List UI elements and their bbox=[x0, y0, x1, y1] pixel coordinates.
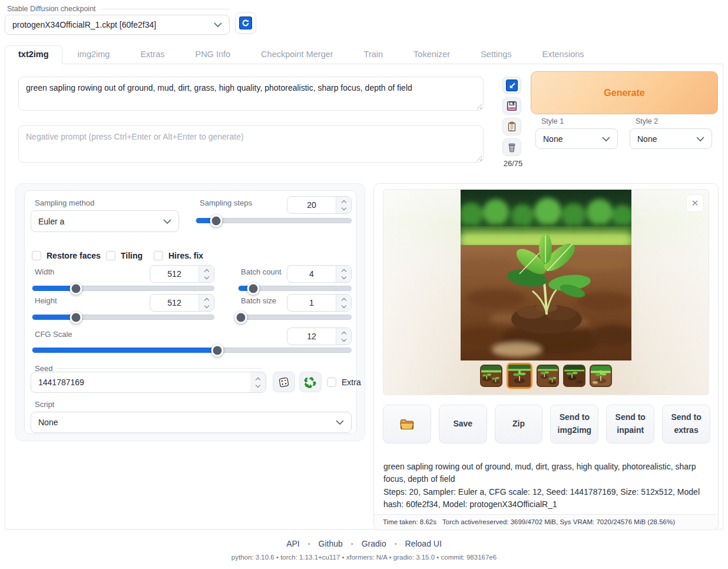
random-seed-button[interactable] bbox=[273, 372, 295, 392]
generate-button[interactable]: Generate bbox=[531, 71, 718, 114]
hires-fix-label: Hires. fix bbox=[168, 251, 203, 260]
batch-count-input[interactable]: 4 bbox=[287, 265, 352, 283]
performance-bar: Time taken: 8.62sTorch active/reserved: … bbox=[374, 514, 718, 530]
extra-seed-checkbox[interactable] bbox=[327, 378, 336, 387]
slider-handle[interactable] bbox=[247, 282, 259, 295]
width-input[interactable]: 512 bbox=[150, 265, 214, 283]
folder-icon bbox=[399, 418, 415, 431]
checkpoint-label: Stable Diffusion checkpoint bbox=[7, 5, 96, 13]
thumbnail-2-selected[interactable] bbox=[507, 363, 532, 389]
chevron-down-icon bbox=[696, 137, 704, 141]
stepper-buttons[interactable] bbox=[198, 266, 214, 282]
paste-generation-params-button[interactable] bbox=[502, 77, 521, 94]
tab-png-info[interactable]: PNG Info bbox=[180, 46, 246, 64]
height-slider[interactable] bbox=[32, 315, 214, 320]
generated-image[interactable] bbox=[461, 190, 631, 360]
generate-label: Generate bbox=[604, 88, 644, 98]
tab-settings[interactable]: Settings bbox=[465, 46, 527, 64]
prompt-textarea[interactable]: green sapling rowing out of ground, mud,… bbox=[19, 77, 483, 110]
height-input[interactable]: 512 bbox=[150, 294, 214, 312]
tiling-checkbox-row[interactable]: Tiling bbox=[106, 251, 143, 260]
hires-fix-checkbox[interactable] bbox=[154, 251, 163, 260]
clear-prompt-button[interactable] bbox=[502, 138, 521, 156]
floppy-disk-icon bbox=[506, 100, 518, 112]
thumbnail-1[interactable] bbox=[480, 365, 502, 387]
close-icon: ✕ bbox=[691, 198, 699, 209]
stepper-buttons[interactable] bbox=[336, 266, 351, 282]
slider-handle[interactable] bbox=[211, 344, 223, 356]
seed-value: 1441787169 bbox=[31, 372, 250, 392]
reuse-seed-button[interactable] bbox=[299, 372, 322, 392]
tab-train[interactable]: Train bbox=[349, 46, 399, 64]
open-folder-button[interactable] bbox=[383, 405, 431, 444]
height-value: 512 bbox=[150, 295, 198, 311]
slider-handle[interactable] bbox=[70, 282, 82, 295]
thumbnail-5[interactable] bbox=[590, 365, 612, 387]
bullet: • bbox=[351, 540, 353, 547]
batch-count-slider[interactable] bbox=[238, 286, 352, 291]
negative-prompt-textarea[interactable] bbox=[19, 126, 483, 162]
tab-checkpoint-merger[interactable]: Checkpoint Merger bbox=[246, 46, 349, 64]
stepper-buttons[interactable] bbox=[336, 197, 351, 213]
refresh-icon bbox=[239, 16, 252, 29]
style2-dropdown[interactable]: None bbox=[630, 128, 712, 149]
batch-size-input[interactable]: 1 bbox=[287, 294, 352, 312]
footer-link-api[interactable]: API bbox=[286, 539, 300, 548]
stepper-buttons[interactable] bbox=[336, 295, 351, 311]
send-to-extras-button[interactable]: Send to extras bbox=[662, 405, 710, 444]
save-style-button[interactable] bbox=[502, 97, 521, 115]
cfg-scale-input[interactable]: 12 bbox=[287, 327, 352, 345]
cfg-scale-slider[interactable] bbox=[32, 348, 352, 353]
apply-style-button[interactable] bbox=[502, 118, 521, 135]
checkpoint-dropdown[interactable]: protogenX34OfficialR_1.ckpt [60fe2f34] bbox=[5, 15, 230, 35]
hires-fix-checkbox-row[interactable]: Hires. fix bbox=[154, 251, 203, 260]
width-slider[interactable] bbox=[32, 286, 214, 291]
info-params-text: Steps: 20, Sampler: Euler a, CFG scale: … bbox=[383, 486, 707, 511]
sampling-steps-slider[interactable] bbox=[196, 218, 352, 223]
gallery-thumbnails bbox=[480, 365, 612, 389]
slider-handle[interactable] bbox=[70, 311, 82, 323]
footer: API • Github • Gradio • Reload UI python… bbox=[0, 539, 728, 561]
stepper-buttons[interactable] bbox=[198, 295, 214, 311]
restore-faces-checkbox-row[interactable]: Restore faces bbox=[32, 251, 101, 260]
slider-handle[interactable] bbox=[234, 311, 247, 323]
bullet: • bbox=[308, 540, 310, 547]
sampling-method-dropdown[interactable]: Euler a bbox=[31, 210, 179, 232]
tab-extensions[interactable]: Extensions bbox=[527, 46, 600, 64]
style1-field: Style 1 None bbox=[535, 117, 618, 149]
batch-size-slider[interactable] bbox=[238, 315, 352, 320]
checkpoint-section: Stable Diffusion checkpoint protogenX34O… bbox=[5, 5, 230, 35]
close-image-button[interactable]: ✕ bbox=[686, 194, 704, 212]
send-to-img2img-button[interactable]: Send to img2img bbox=[550, 405, 598, 444]
thumbnail-4[interactable] bbox=[563, 365, 585, 387]
sampling-steps-input[interactable]: 20 bbox=[287, 196, 352, 214]
footer-link-github[interactable]: Github bbox=[319, 539, 343, 548]
params-box: Sampling method Euler a Sampling steps 2… bbox=[24, 190, 357, 434]
style1-dropdown[interactable]: None bbox=[535, 128, 618, 149]
zip-button[interactable]: Zip bbox=[495, 405, 543, 444]
style2-value: None bbox=[637, 134, 657, 144]
trash-icon bbox=[506, 141, 518, 153]
stepper-buttons[interactable] bbox=[250, 372, 266, 392]
zip-label: Zip bbox=[512, 418, 525, 431]
extra-seed-checkbox-row[interactable]: Extra bbox=[327, 378, 361, 387]
stepper-buttons[interactable] bbox=[336, 328, 351, 345]
slider-handle[interactable] bbox=[210, 214, 223, 227]
refresh-checkpoint-button[interactable] bbox=[235, 12, 256, 34]
sampling-steps-label: Sampling steps bbox=[200, 199, 252, 207]
footer-link-gradio[interactable]: Gradio bbox=[362, 539, 386, 548]
tab-extras[interactable]: Extras bbox=[125, 46, 180, 64]
vram-text: Torch active/reserved: 3699/4702 MiB, Sy… bbox=[442, 518, 675, 525]
recycle-icon bbox=[304, 376, 317, 389]
thumbnail-3[interactable] bbox=[537, 365, 559, 387]
script-dropdown[interactable]: None bbox=[31, 412, 352, 433]
tab-tokenizer[interactable]: Tokenizer bbox=[398, 46, 465, 64]
tiling-checkbox[interactable] bbox=[106, 251, 115, 260]
tab-img2img[interactable]: img2img bbox=[62, 46, 125, 64]
tab-txt2img[interactable]: txt2img bbox=[5, 45, 62, 64]
footer-link-reload-ui[interactable]: Reload UI bbox=[405, 539, 442, 548]
restore-faces-checkbox[interactable] bbox=[32, 251, 41, 260]
save-button[interactable]: Save bbox=[439, 405, 487, 444]
send-to-inpaint-button[interactable]: Send to inpaint bbox=[606, 405, 654, 444]
seed-input[interactable]: 1441787169 bbox=[31, 372, 266, 393]
